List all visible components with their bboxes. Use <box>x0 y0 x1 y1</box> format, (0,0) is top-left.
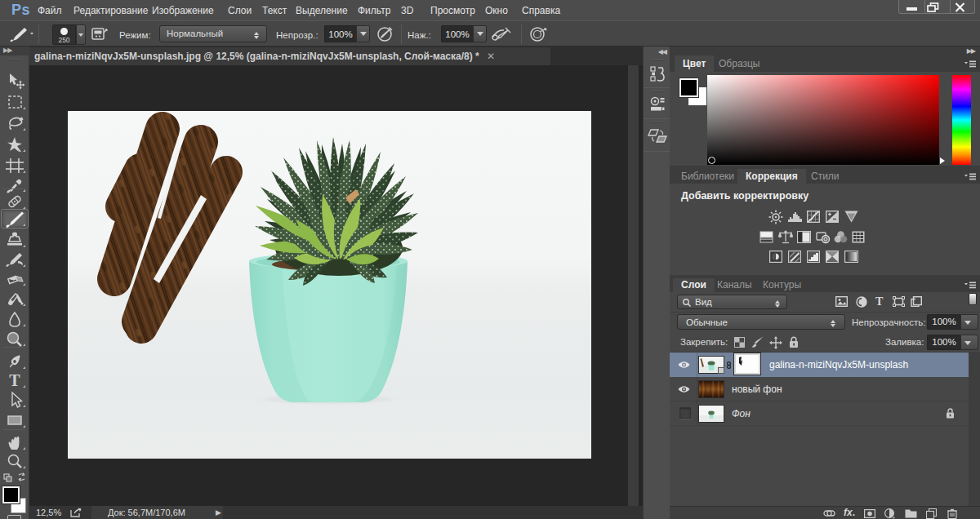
svg-text:T: T <box>9 371 20 389</box>
